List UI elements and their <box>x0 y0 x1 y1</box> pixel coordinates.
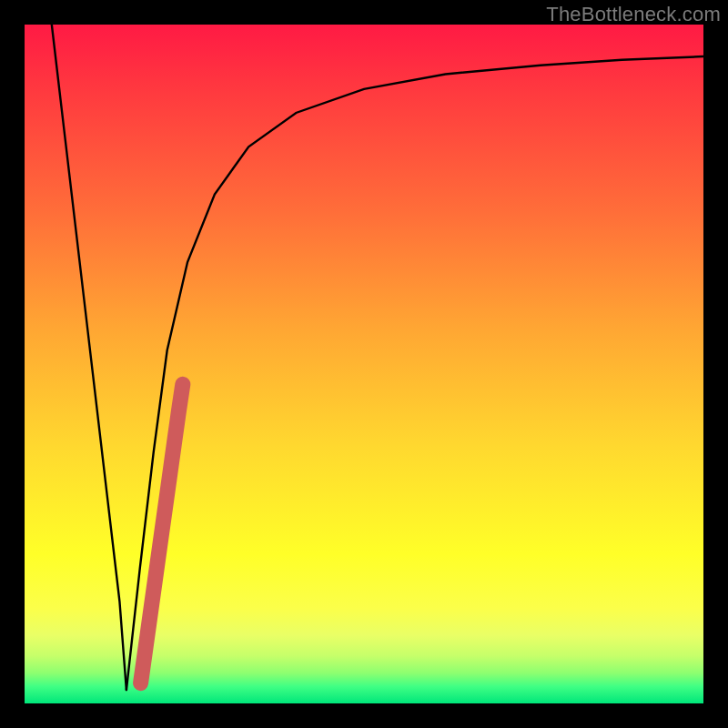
chart-frame: TheBottleneck.com <box>0 0 728 728</box>
watermark-label: TheBottleneck.com <box>546 3 721 26</box>
plot-area <box>25 25 703 703</box>
highlight-segment <box>141 384 183 682</box>
curve-left-branch <box>52 25 126 690</box>
chart-svg <box>25 25 703 703</box>
curve-right-branch <box>126 56 703 690</box>
